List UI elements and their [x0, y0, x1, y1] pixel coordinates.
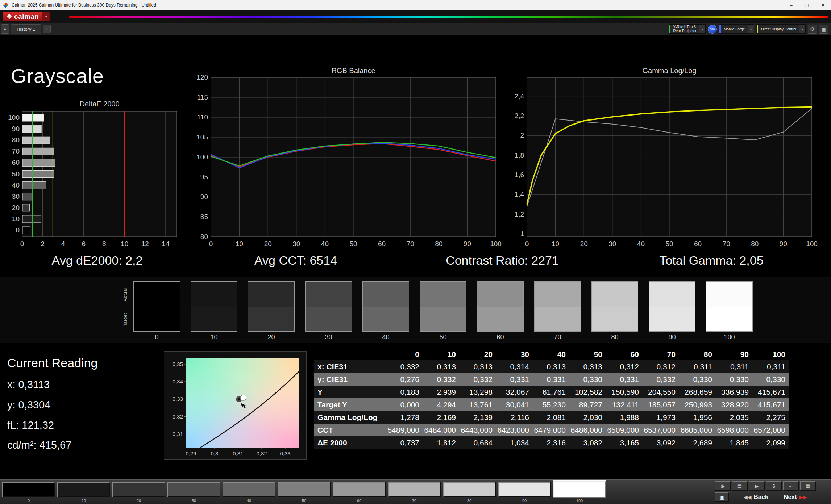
patch-button-70[interactable]: [388, 482, 441, 497]
pattern-bottom-bar: ◉▤▶$∞▦ ▣ ◀◀ Back Next ▶▶ 010203040506070…: [0, 479, 831, 504]
patch-button-100[interactable]: [553, 481, 606, 498]
panel-toggle-button[interactable]: ▣: [819, 25, 828, 34]
table-cell: 3,165: [606, 438, 643, 447]
deltae-2000-chart: DeltaE 200010090807060504030201000246810…: [7, 98, 188, 250]
table-cell: 1,812: [423, 438, 460, 447]
deltae-bar-100: [22, 114, 44, 121]
column-header: 90: [716, 350, 752, 359]
table-cell: 0,330: [679, 375, 716, 384]
swatch-target: [706, 307, 752, 332]
stop-pattern-button[interactable]: ▣: [715, 492, 729, 502]
column-header: 60: [606, 350, 643, 359]
transport-tools: ◉▤▶$∞▦: [715, 481, 816, 491]
table-cell: 6479,000: [533, 426, 569, 434]
row-label: Y: [314, 388, 386, 396]
table-cell: 0,311: [679, 362, 716, 371]
tick-label: 4: [61, 240, 65, 248]
patch-button-20[interactable]: [112, 482, 165, 497]
continuous-measure-icon[interactable]: ∞: [783, 481, 799, 491]
chevron-down-icon[interactable]: ▾: [42, 12, 50, 21]
levels-icon[interactable]: ▦: [800, 481, 816, 491]
table-row: Target Y0,0004,29413,76130,04155,23089,7…: [314, 398, 789, 411]
gamma-loglog-chart: Gamma Log/Log01020304050607080901002,42,…: [512, 67, 823, 256]
tick-label: 14: [162, 240, 170, 248]
table-row: ΔE 20000,7371,8120,6841,0342,3163,0823,1…: [314, 436, 789, 449]
patch-level-label: 80: [443, 499, 496, 503]
source-selector[interactable]: Mobile Forge ▾: [719, 24, 754, 34]
meter-status-badge[interactable]: 380: [708, 25, 717, 34]
table-cell: 2,035: [716, 413, 752, 422]
table-cell: 2,169: [423, 413, 460, 422]
spectrum-divider: [69, 16, 828, 18]
tick-label: 90: [780, 240, 787, 248]
patch-button-0[interactable]: [2, 482, 55, 497]
calman-menu-button[interactable]: calman ▾: [3, 12, 50, 21]
patch-button-90[interactable]: [498, 482, 551, 497]
table-cell: 2,275: [752, 413, 789, 422]
table-cell: 6572,000: [752, 426, 789, 434]
maximize-button[interactable]: □: [799, 0, 815, 10]
tab-history-1[interactable]: History 1: [11, 24, 41, 34]
swatch-actual: [477, 282, 523, 307]
patch-button-30[interactable]: [167, 482, 220, 497]
target-row-label: Target: [122, 307, 128, 332]
swatch-actual: [306, 282, 352, 307]
tick-label: 60: [378, 240, 386, 248]
add-tab-button[interactable]: +: [43, 25, 51, 33]
app-logo-icon: [3, 3, 8, 8]
brand-label: calman: [3, 12, 42, 21]
patch-button-40[interactable]: [223, 482, 275, 497]
close-button[interactable]: ✕: [815, 0, 831, 10]
tick-label: 10: [12, 215, 20, 223]
tick-label: 30: [292, 240, 300, 248]
table-cell: 415,671: [752, 388, 789, 396]
meter-icon[interactable]: ◉: [715, 481, 731, 491]
tick-label: 2,2: [515, 112, 524, 119]
tick-label: 0: [525, 240, 529, 248]
patch-button-80[interactable]: [443, 482, 496, 497]
minimize-button[interactable]: –: [783, 0, 799, 10]
patch-level-label: 50: [278, 499, 331, 503]
grayscale-swatch-80: [591, 281, 638, 332]
column-header: 10: [423, 350, 460, 359]
tick-label: 6: [82, 240, 86, 248]
table-cell: 328,920: [716, 400, 752, 409]
swatch-level-label: 50: [420, 333, 466, 341]
table-row: x: CIE310,3320,3130,3130,3140,3130,3130,…: [314, 360, 789, 373]
column-header: 20: [460, 350, 496, 359]
measurement-table: 0102030405060708090100x: CIE310,3320,313…: [314, 349, 789, 449]
swatch-target: [592, 307, 638, 332]
table-cell: 0,737: [386, 438, 423, 447]
tick-label: 110: [197, 113, 208, 121]
table-cell: 0,276: [386, 375, 423, 384]
chevron-down-icon[interactable]: ▾: [748, 25, 754, 33]
chevron-down-icon[interactable]: ▾: [799, 25, 805, 33]
table-cell: 0,331: [606, 375, 643, 384]
table-cell: 0,332: [386, 362, 423, 371]
patch-level-label: 10: [57, 499, 110, 503]
next-button[interactable]: Next ▶▶: [784, 492, 807, 502]
settings-gear-button[interactable]: ⚙: [808, 25, 817, 34]
row-label: ΔE 2000: [314, 438, 386, 447]
table-cell: 0,330: [752, 375, 789, 384]
patch-button-50[interactable]: [278, 482, 331, 497]
patch-button-60[interactable]: [333, 482, 386, 497]
tick-label: 10: [552, 240, 559, 248]
history-expander-button[interactable]: ▸: [1, 24, 9, 34]
back-button[interactable]: ◀◀ Back: [744, 492, 768, 502]
license-icon[interactable]: $: [766, 481, 782, 491]
swatch-target: [134, 307, 180, 332]
chevron-down-icon[interactable]: ▾: [699, 25, 705, 33]
play-icon[interactable]: ▶: [749, 481, 765, 491]
avg-de2000-stat: Avg dE2000: 2,2: [52, 253, 143, 268]
swatch-actual: [420, 282, 466, 307]
display-control-selector[interactable]: Direct Display Control ▾: [756, 24, 806, 34]
grayscale-swatch-40: [362, 281, 409, 332]
tick-label: 1,4: [515, 190, 524, 198]
meter-selector[interactable]: X-Rite i1Pro 3 Rear Projector ▾: [669, 24, 705, 34]
tick-label: 2: [520, 131, 524, 139]
swatch-target: [649, 307, 695, 332]
table-cell: 0,314: [496, 362, 533, 371]
pattern-window-icon[interactable]: ▤: [732, 481, 748, 491]
patch-button-10[interactable]: [57, 482, 110, 497]
